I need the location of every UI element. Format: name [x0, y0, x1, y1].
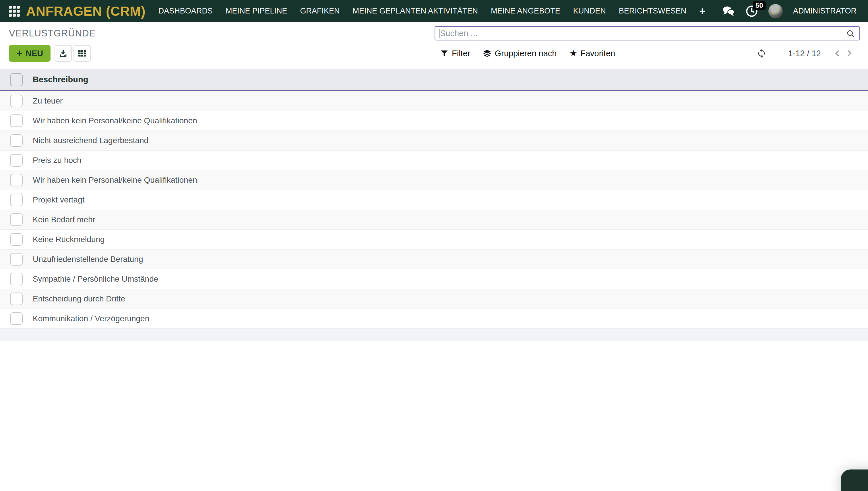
- table-row[interactable]: Unzufriedenstellende Beratung: [0, 250, 868, 269]
- refresh-icon[interactable]: [757, 49, 766, 58]
- row-checkbox[interactable]: [10, 154, 23, 167]
- menu-item-dashboards[interactable]: DASHBOARDS: [158, 7, 213, 16]
- row-label: Sympathie / Persönliche Umstände: [33, 275, 158, 284]
- table-row[interactable]: Keine Rückmeldung: [0, 230, 868, 250]
- search-input[interactable]: [435, 27, 859, 40]
- list-header-row: Beschreibung: [0, 69, 868, 91]
- favorites-button[interactable]: ★ Favoriten: [569, 49, 615, 58]
- top-navbar: ANFRAGEN (CRM) DASHBOARDS MEINE PIPELINE…: [0, 0, 868, 22]
- messages-icon[interactable]: [722, 5, 735, 17]
- group-by-button[interactable]: Gruppieren nach: [483, 49, 557, 58]
- row-checkbox[interactable]: [10, 273, 23, 285]
- menu-item-meine-pipeline[interactable]: MEINE PIPELINE: [226, 7, 287, 16]
- row-label: Wir haben kein Personal/keine Qualifikat…: [33, 116, 197, 125]
- table-row[interactable]: Projekt vertagt: [0, 190, 868, 210]
- list-footer-band: [0, 329, 868, 341]
- pager-group: 1-12 / 12: [757, 45, 856, 62]
- chevron-left-icon[interactable]: [831, 49, 843, 57]
- table-row[interactable]: Wir haben kein Personal/keine Qualifikat…: [0, 111, 868, 131]
- menu-item-geplante-aktivitaeten[interactable]: MEINE GEPLANTEN AKTIVITÄTEN: [353, 7, 478, 16]
- text-caret: [439, 29, 439, 38]
- breadcrumb-row: VERLUSTGRÜNDE: [0, 22, 868, 44]
- row-label: Unzufriedenstellende Beratung: [33, 255, 143, 264]
- row-label: Keine Rückmeldung: [33, 235, 105, 244]
- activity-count-badge: 50: [753, 1, 766, 10]
- new-button-label: NEU: [26, 49, 43, 58]
- table-row[interactable]: Entscheidung durch Dritte: [0, 289, 868, 309]
- floating-corner-button[interactable]: [841, 469, 868, 491]
- pager-range: 1-12 / 12: [788, 49, 821, 58]
- table-row[interactable]: Kommunikation / Verzögerungen: [0, 309, 868, 329]
- table-row[interactable]: Zu teuer: [0, 91, 868, 111]
- row-checkbox[interactable]: [10, 114, 23, 127]
- menu-item-berichtswesen[interactable]: BERICHTSWESEN: [619, 7, 686, 16]
- layers-icon: [483, 49, 491, 58]
- table-row[interactable]: Kein Bedarf mehr: [0, 210, 868, 230]
- page-title: VERLUSTGRÜNDE: [9, 22, 96, 44]
- app-title[interactable]: ANFRAGEN (CRM): [26, 3, 145, 19]
- new-button[interactable]: + NEU: [9, 45, 51, 62]
- search-icon[interactable]: [846, 29, 856, 38]
- row-checkbox[interactable]: [10, 213, 23, 226]
- list-view: Beschreibung Zu teuer Wir haben kein Per…: [0, 69, 868, 341]
- row-checkbox[interactable]: [10, 292, 23, 305]
- toolbar-row: + NEU Filter: [0, 44, 868, 69]
- row-label: Entscheidung durch Dritte: [33, 294, 125, 304]
- filter-button[interactable]: Filter: [440, 49, 470, 58]
- avatar[interactable]: [768, 4, 783, 18]
- row-checkbox[interactable]: [10, 174, 23, 186]
- row-label: Nicht ausreichend Lagerbestand: [33, 136, 148, 145]
- menu-item-grafiken[interactable]: GRAFIKEN: [300, 7, 340, 16]
- row-checkbox[interactable]: [10, 233, 23, 246]
- export-button[interactable]: [55, 45, 72, 62]
- row-label: Kein Bedarf mehr: [33, 215, 95, 224]
- row-label: Wir haben kein Personal/keine Qualifikat…: [33, 175, 197, 185]
- row-checkbox[interactable]: [10, 312, 23, 325]
- row-label: Zu teuer: [33, 96, 62, 106]
- table-grid-icon: [77, 49, 87, 58]
- row-checkbox[interactable]: [10, 194, 23, 206]
- funnel-icon: [440, 49, 449, 58]
- table-row[interactable]: Preis zu hoch: [0, 150, 868, 170]
- apps-menu-icon[interactable]: [9, 6, 20, 17]
- table-row[interactable]: Wir haben kein Personal/keine Qualifikat…: [0, 170, 868, 190]
- filter-group: Filter Gruppieren nach ★ Favoriten: [440, 45, 615, 62]
- search-box[interactable]: [435, 26, 860, 40]
- table-row[interactable]: Nicht ausreichend Lagerbestand: [0, 131, 868, 150]
- menu-item-kunden[interactable]: KUNDEN: [573, 7, 606, 16]
- activities-clock-icon[interactable]: 50: [745, 5, 758, 18]
- row-checkbox[interactable]: [10, 253, 23, 266]
- download-icon: [58, 49, 68, 58]
- user-menu[interactable]: ADMINISTRATOR: [793, 7, 857, 16]
- row-label: Kommunikation / Verzögerungen: [33, 314, 149, 323]
- view-toggle-button[interactable]: [74, 45, 91, 62]
- menu-item-meine-angebote[interactable]: MEINE ANGEBOTE: [491, 7, 560, 16]
- main-menu: DASHBOARDS MEINE PIPELINE GRAFIKEN MEINE…: [158, 7, 722, 16]
- chevron-right-icon[interactable]: [843, 49, 856, 57]
- table-row[interactable]: Sympathie / Persönliche Umstände: [0, 269, 868, 289]
- column-header-beschreibung[interactable]: Beschreibung: [33, 75, 88, 84]
- row-label: Projekt vertagt: [33, 195, 85, 204]
- row-checkbox[interactable]: [10, 134, 23, 147]
- row-checkbox[interactable]: [10, 95, 23, 107]
- row-label: Preis zu hoch: [33, 156, 82, 165]
- select-all-checkbox[interactable]: [10, 73, 23, 86]
